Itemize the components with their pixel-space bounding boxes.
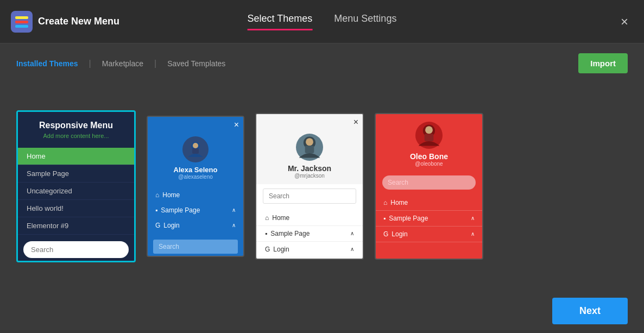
tab-select-themes[interactable]: Select Themes: [248, 13, 313, 30]
list-item: ▪ Sample Page ∧: [376, 211, 482, 227]
search-input[interactable]: [23, 241, 129, 258]
theme-card-oleo-bone[interactable]: Oleo Bone @oleobone ⌂ Home ▪ Sample Page…: [375, 113, 483, 260]
card-4-search[interactable]: [382, 175, 476, 190]
theme-card-alexa-seleno[interactable]: × Alexa Seleno @alexaseleno ⌂ Home: [147, 116, 244, 257]
card-4-profile: Oleo Bone @oleobone: [376, 114, 482, 172]
list-item: G Login ∧: [376, 227, 482, 242]
list-item: Home: [18, 148, 134, 165]
svg-point-5: [193, 143, 198, 148]
card-2-profile: Alexa Seleno @alexaseleno: [148, 133, 243, 185]
home-icon: ⌂: [155, 191, 159, 199]
brand: Create New Menu: [11, 11, 119, 33]
svg-rect-9: [305, 146, 314, 153]
card-1-menu: Home Sample Page Uncategorized Hello wor…: [18, 148, 134, 235]
home-icon: ⌂: [265, 214, 269, 222]
profile-name: Alexa Seleno: [174, 166, 218, 174]
close-button[interactable]: ×: [616, 13, 633, 30]
profile-handle: @mrjackson: [294, 173, 325, 179]
chevron-down-icon: ∧: [232, 207, 236, 213]
modal-header: Create New Menu Select Themes Menu Setti…: [0, 0, 644, 43]
tabs: Select Themes Menu Settings: [248, 13, 397, 30]
svg-rect-3: [15, 25, 28, 28]
card-1-header: Responsive Menu Add more content here...: [18, 112, 134, 148]
card-1-title: Responsive Menu: [27, 121, 125, 130]
svg-rect-12: [425, 134, 434, 141]
sub-nav-marketplace[interactable]: Marketplace: [102, 59, 154, 68]
google-icon: G: [383, 230, 388, 238]
list-item: Uncategorized: [18, 183, 134, 200]
svg-point-8: [306, 138, 313, 146]
card-3-search[interactable]: [263, 189, 356, 204]
import-button[interactable]: Import: [578, 53, 628, 73]
home-icon: ⌂: [383, 199, 387, 206]
profile-name: Oleo Bone: [410, 152, 448, 161]
google-icon: G: [265, 246, 270, 253]
list-item: ▪ Sample Page ∧: [148, 203, 243, 218]
list-item: G Login ∧: [256, 242, 363, 257]
sub-nav-saved[interactable]: Saved Templates: [167, 59, 236, 68]
page-icon: ▪: [265, 230, 267, 237]
svg-rect-6: [192, 148, 199, 154]
brand-icon: [11, 11, 33, 33]
chevron-down-icon: ∧: [350, 230, 354, 236]
avatar-icon: [186, 140, 205, 159]
svg-point-11: [425, 126, 433, 134]
card-3-header: ×: [256, 114, 363, 130]
avatar: [182, 136, 209, 162]
avatar-icon: [296, 134, 323, 161]
svg-rect-1: [15, 16, 28, 19]
chevron-down-icon: ∧: [471, 231, 475, 237]
next-button[interactable]: Next: [552, 298, 628, 324]
theme-card-responsive-menu[interactable]: Responsive Menu Add more content here...…: [16, 110, 136, 262]
list-item: ▪ Sample Page ∧: [256, 226, 363, 242]
close-icon[interactable]: ×: [234, 120, 239, 130]
card-3-menu: ⌂ Home ▪ Sample Page ∧ G Login ∧: [256, 208, 363, 260]
search-input[interactable]: [153, 240, 238, 254]
sub-nav: Installed Themes | Marketplace | Saved T…: [0, 43, 644, 83]
google-icon: G: [155, 222, 160, 229]
list-item: Elementor #9: [18, 217, 134, 235]
chevron-down-icon: ∧: [232, 222, 236, 228]
create-menu-modal: Create New Menu Select Themes Menu Setti…: [0, 0, 644, 333]
page-icon: ▪: [155, 206, 157, 214]
profile-name: Mr. Jackson: [288, 164, 331, 173]
chevron-down-icon: ∧: [350, 246, 354, 252]
theme-card-mr-jackson[interactable]: × Mr. Jackson @mrjackson: [255, 113, 364, 260]
tab-menu-settings[interactable]: Menu Settings: [334, 13, 396, 30]
list-item: Sample Page: [18, 165, 134, 183]
list-item: ⌂ Home: [148, 187, 243, 203]
list-item: G Login ∧: [148, 218, 243, 233]
themes-container: Responsive Menu Add more content here...…: [0, 83, 644, 289]
list-item: ⌂ Home: [256, 210, 363, 226]
card-2-header: ×: [148, 117, 243, 133]
card-2-menu: ⌂ Home ▪ Sample Page ∧ G Login ∧: [148, 185, 243, 235]
svg-rect-2: [15, 21, 28, 23]
sub-nav-installed[interactable]: Installed Themes: [16, 59, 89, 68]
card-4-menu: ⌂ Home ▪ Sample Page ∧ G Login ∧: [376, 193, 482, 244]
brand-title: Create New Menu: [38, 16, 119, 27]
card-2-search[interactable]: [153, 240, 238, 254]
profile-handle: @alexaseleno: [178, 174, 213, 180]
profile-handle: @oleobone: [415, 161, 443, 167]
page-icon: ▪: [383, 215, 386, 222]
search-input[interactable]: [263, 189, 356, 204]
chevron-down-icon: ∧: [471, 215, 475, 221]
card-3-profile: Mr. Jackson @mrjackson: [256, 130, 363, 184]
avatar-icon: [415, 122, 443, 149]
modal-footer: Next: [0, 289, 644, 333]
avatar: [415, 122, 443, 149]
card-1-search[interactable]: [23, 241, 129, 258]
search-input[interactable]: [382, 175, 476, 190]
close-icon[interactable]: ×: [353, 117, 358, 127]
card-1-subtitle: Add more content here...: [27, 133, 125, 139]
avatar: [296, 134, 323, 161]
list-item: ⌂ Home: [376, 195, 482, 211]
list-item: Hello world!: [18, 200, 134, 217]
